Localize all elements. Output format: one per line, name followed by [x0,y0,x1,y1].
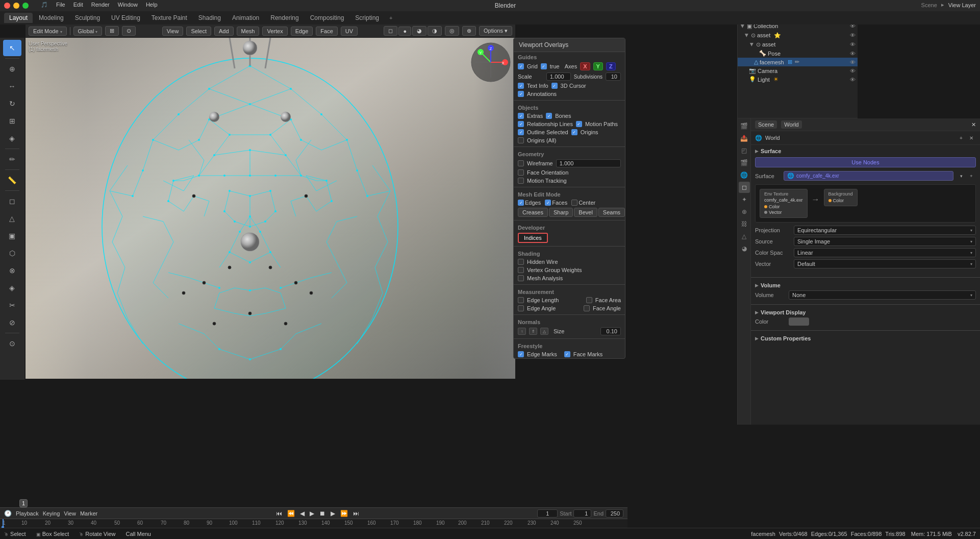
axis-z-button[interactable]: Z [606,62,616,70]
tool-extrude[interactable]: △ [3,210,21,227]
scene-tab[interactable]: Scene [755,120,777,129]
tool-cursor[interactable]: ⊕ [3,61,21,77]
edge-marks-checkbox[interactable] [518,351,524,357]
light-eye[interactable]: 👁 [850,77,856,83]
wireframe-checkbox[interactable] [518,160,524,166]
wireframe-field[interactable]: 1.000 [556,159,621,167]
edge-angle-checkbox[interactable] [518,305,524,311]
new-surface-button[interactable]: + [967,172,976,181]
maximize-button[interactable] [22,3,29,9]
play-button[interactable]: ▶ [308,510,316,517]
indices-button[interactable]: Indices [518,233,548,243]
origins-checkbox[interactable] [571,129,577,135]
color-space-dropdown[interactable]: Linear ▾ [794,248,976,257]
select-button[interactable]: Select [186,27,211,36]
edges-checkbox[interactable] [518,200,524,206]
prop-icon-world[interactable]: 🌐 [739,169,750,181]
outliner-item-light[interactable]: 💡 Light ☀ 👁 [738,75,858,84]
delete-world-button[interactable]: ✕ [967,133,976,142]
facemesh-eye[interactable]: 👁 [850,59,856,65]
tab-animation[interactable]: Animation [227,13,264,23]
text-info-checkbox[interactable] [518,83,524,89]
prop-icon-object[interactable]: ◻ [739,182,750,193]
tab-texture-paint[interactable]: Texture Paint [146,13,192,23]
add-workspace-button[interactable]: + [385,13,396,22]
navigation-gizmo[interactable]: X Y Z [470,42,511,83]
playback-label[interactable]: Playback [16,510,39,517]
prop-icon-physics[interactable]: ⊕ [739,206,750,217]
bones-checkbox[interactable] [546,113,552,119]
tool-move[interactable]: ↔ [3,78,21,94]
menu-help[interactable]: Help [146,2,158,8]
overlay-toggle[interactable]: ◎ [445,26,459,36]
prop-icon-view-layer[interactable]: ◰ [739,145,750,156]
start-frame-field[interactable]: 1 [573,509,591,518]
outliner-item-asset-2[interactable]: ▶ ⊙ asset 👁 [738,40,858,49]
seams-button[interactable]: Seams [598,208,625,217]
mesh-button[interactable]: Mesh [237,27,260,36]
vector-dropdown[interactable]: Default ▾ [794,259,976,268]
vp-color-swatch[interactable] [789,317,809,326]
scale-field[interactable]: 1.000 [546,72,571,81]
tool-add-cube[interactable]: ◻ [3,193,21,209]
tool-annotate[interactable]: ✏ [3,151,21,167]
jump-start-button[interactable]: ⏮ [274,510,284,517]
prev-keyframe-button[interactable]: ⏪ [286,510,296,517]
tool-scale[interactable]: ⊞ [3,113,21,129]
prop-icon-render[interactable]: 🎬 [739,120,750,132]
tab-uv-editing[interactable]: UV Editing [106,13,145,23]
jump-end-button[interactable]: ⏭ [351,510,361,517]
prop-icon-material[interactable]: ◕ [739,243,750,254]
bevel-button[interactable]: Bevel [574,208,597,217]
3d-cursor-checkbox[interactable] [551,83,558,89]
normals-size-field[interactable]: 0.10 [600,327,621,335]
camera-eye[interactable]: 👁 [850,68,856,74]
tool-knife[interactable]: ✂ [3,297,21,313]
tool-offset[interactable]: ◈ [3,280,21,296]
asset-eye-2[interactable]: 👁 [850,41,856,47]
tool-bevel[interactable]: ⬡ [3,245,21,261]
grid-checkbox[interactable] [518,63,524,69]
edge-length-checkbox[interactable] [518,297,524,303]
shading-material[interactable]: ◕ [412,26,426,36]
vertex-group-checkbox[interactable] [518,267,524,273]
menu-edit[interactable]: Edit [73,2,83,8]
current-frame-field[interactable]: 1 [537,509,558,518]
tab-scripting[interactable]: Scripting [350,13,384,23]
add-button[interactable]: Add [214,27,234,36]
menu-window[interactable]: Window [118,2,138,8]
asset2-expand[interactable]: ▶ [748,42,756,47]
custom-props-expand[interactable]: ▶ Custom Properties [755,334,976,342]
options-button[interactable]: Options ▾ [479,26,512,36]
tab-sculpting[interactable]: Sculpting [70,13,105,23]
asset-eye-1[interactable]: 👁 [850,32,856,38]
projection-dropdown[interactable]: Equirectangular ▾ [794,226,976,235]
vertex-button[interactable]: Vertex [262,27,287,36]
faces-checkbox[interactable] [545,200,551,206]
volume-dropdown[interactable]: None ▾ [789,290,976,300]
gizmo-toggle[interactable]: ⊕ [462,26,476,36]
menu-file[interactable]: File [56,2,65,8]
tool-bisect[interactable]: ⊘ [3,314,21,331]
sharp-button[interactable]: Sharp [549,208,573,217]
proportional-edit[interactable]: ⊙ [122,26,136,36]
surface-value-field[interactable]: 🌐 comfy_cafe_4k.exr [784,171,953,181]
shading-wireframe[interactable]: ◻ [384,26,397,36]
tool-transform[interactable]: ◈ [3,130,21,146]
next-keyframe-button[interactable]: ⏩ [339,510,349,517]
hidden-wire-checkbox[interactable] [518,259,524,265]
stop-button[interactable]: ⏹ [318,510,327,517]
prop-icon-constraints[interactable]: ⛓ [739,218,750,230]
close-button[interactable] [4,3,10,9]
mesh-analysis-checkbox[interactable] [518,275,524,281]
annotations-checkbox[interactable] [518,91,524,97]
view-button[interactable]: View [162,27,184,36]
uv-button[interactable]: UV [341,27,358,36]
tab-layout[interactable]: Layout [4,13,33,23]
pose-eye[interactable]: 👁 [850,51,856,57]
shading-rendered[interactable]: ◑ [428,26,442,36]
prop-icon-output[interactable]: 📤 [739,133,750,144]
tool-loop-cut[interactable]: ⊗ [3,262,21,279]
snap-button[interactable]: ⊞ [105,26,119,36]
source-dropdown[interactable]: Single Image ▾ [794,237,976,246]
